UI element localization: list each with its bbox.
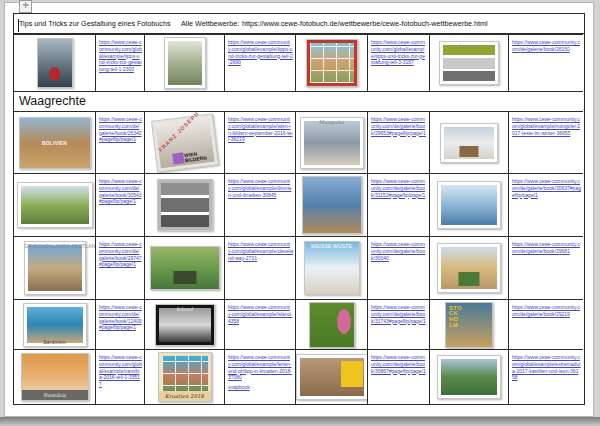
weisse-wueste-cover-label: WEISSE WÜSTE [305,243,359,249]
photobook-link[interactable]: https://www.cewe-community.com/de/galeri… [99,304,142,331]
photobook-link-cell: https://www.cewe-community.com/global/ex… [367,34,429,91]
bolivien-cover-label: BOLIVIEN [20,140,90,146]
griechenlands-festland-cover[interactable]: GRIECHENLANDS FESTLAND [24,241,86,295]
photobook-thumbnail-cell [13,34,95,91]
photobook-link-cell: https://www.cewe-community.com/global/ex… [224,349,295,404]
photobook-thumbnail-cell: Mongolei [295,111,367,173]
photobook-link-cell: https://www.cewe-community.com/de/galeri… [508,299,583,349]
photobook-link-cell: https://www.cewe-community.com/de/galeri… [95,173,144,236]
photobook-link[interactable]: https://www.cewe-community.com/global/ex… [228,304,293,324]
weisse-wueste-cover-photo [305,242,359,294]
extremadura-cover[interactable] [437,355,501,399]
photobook-link[interactable]: https://www.cewe-community.com/global/ex… [228,39,293,66]
mongolei-winter-kamele-photo-accent-shape [459,146,478,157]
photobook-thumbnail-cell: Livorno [429,34,508,91]
sardinien-cover-photo [27,307,83,343]
weisse-wueste-cover[interactable]: WEISSE WÜSTE [304,241,360,295]
tipps-teil-2-cover[interactable] [164,37,206,89]
usbekistan-moschee-photo[interactable] [302,176,362,234]
photobook-thumbnail-cell [429,236,508,299]
photobook-link[interactable]: https://www.cewe-community.com/de/galeri… [371,116,427,136]
photobook-link-cell: https://www.cewe-community.com/global/ex… [224,173,295,236]
page-bottom-edge [0,417,600,426]
kroatien-2018-cover[interactable]: Kroatien 2018 [158,352,212,402]
photobook-link[interactable]: https://www.cewe-community.com/de/galeri… [371,304,427,324]
photobook-link[interactable]: https://www.cewe-community.com/global/ex… [228,116,293,143]
photobook-link[interactable]: https://www.cewe-community.com/global/ex… [228,178,293,198]
photobook-link[interactable]: https://www.cewe-community.com/de/galeri… [99,241,142,268]
photobook-link-cell: https://www.cewe-community.com/de/galeri… [367,299,429,349]
photobook-link-cell: https://www.cewe-community.com/de/galeri… [367,173,429,236]
section-title-waagrechte: Waagrechte [13,91,583,111]
photobook-link[interactable]: https://www.cewe-community.com/de/galeri… [512,241,581,255]
photobook-thumbnail-cell [295,34,367,91]
photobook-link[interactable]: https://www.cewe-community.com/de/galeri… [512,178,581,198]
document-page: Tips und Tricks zur Gestaltung eines Fot… [4,2,594,417]
tipps-teil-3-collage-cover[interactable] [306,39,358,87]
stockholm-cover[interactable]: STOCKHOLM [445,302,493,348]
photobook-thumbnail-cell: Namibia [13,349,95,404]
photobook-link[interactable]: https://www.cewe-community.com/global/ex… [228,241,293,261]
photobook-link-cell: https://www.cewe-community.com/global/ex… [95,34,144,91]
drunten-und-drueben-cover[interactable] [157,179,213,231]
wien-in-bildern-cover-badge-text: WIEN BILDERN [183,150,206,163]
photobook-link[interactable]: https://www.cewe-community.com/global/ex… [99,354,142,388]
namibia-cover-label: Namibia [22,390,88,400]
cleveland-way-photo-accent-shape [173,271,196,284]
photobook-link[interactable]: https://www.cewe-community.com/de/galeri… [371,354,427,374]
photobook-link[interactable]: https://www.cewe-community.com/de/galeri… [99,116,142,143]
photobook-link-cell: https://www.cewe-community.com/global/ex… [224,111,295,173]
photobook-thumbnail-cell: Island [144,299,224,349]
mallorca-gelb-cover[interactable] [296,354,368,400]
links-table: Tips und Tricks zur Gestaltung eines Fot… [13,13,585,405]
wuesten-palmen-cover-accent-shape [458,272,479,286]
contests-url[interactable]: https://www.cewe-fotobuch.de/wettbewerbe… [242,19,488,28]
photobook-link-cell: https://www.cewe-community.com/global/ex… [224,236,295,299]
photobook-thumbnail-cell: Kroatien 2018 [144,349,224,404]
blumen-cover[interactable] [309,302,355,348]
photobook-link[interactable]: https://www.cewe-community.com/global/ex… [99,39,142,73]
photobook-link[interactable]: https://www.cewe-community.com/de/galeri… [371,241,427,261]
photobook-thumbnail-cell: GRIECHENLANDS FESTLAND [13,236,95,299]
usbekistan-moschee-photo-photo [303,177,361,233]
livorno-cover-label: Livorno [440,43,498,49]
photobook-link-cell: https://www.cewe-community.com/global/ex… [508,111,583,173]
photobook-thumbnail-cell [144,173,224,236]
tipps-teil-2-cover-photo [168,41,202,85]
namibia-cover[interactable]: Namibia [21,353,89,401]
table-move-handle-icon[interactable]: ✛ [19,0,32,13]
photobook-thumbnail-cell [429,111,508,173]
photobook-thumbnail-cell: WEISSE WÜSTE [295,236,367,299]
drunten-und-drueben-cover-photo [161,183,209,227]
photobook-link[interactable]: https://www.cewe-community.com/de/galeri… [512,39,581,53]
photobook-link[interactable]: https://www.cewe-community.com/de/galeri… [371,178,427,198]
livorno-cover-photo [443,45,495,81]
blaue-kuppel-cover[interactable] [437,181,501,229]
photobook-link[interactable]: https://www.cewe-community.com/global/ex… [371,39,427,66]
wien-in-bildern-cover[interactable]: FRANZ JOSEPHWIEN BILDERN [151,113,219,172]
sardinien-cover-label: Sardinien [24,339,86,345]
photobook-link[interactable]: https://www.cewe-community.com/global/ex… [512,116,581,136]
photobook-thumbnail-cell: Sardinien [13,299,95,349]
island-cover[interactable]: Island [155,304,215,346]
photobook-link-cell: https://www.cewe-community.com/de/galeri… [367,111,429,173]
livorno-cover[interactable]: Livorno [439,41,499,85]
mongolei-winter-kamele-photo[interactable] [440,123,498,163]
island-cover-photo [159,308,211,342]
photobook-link[interactable]: https://www.cewe-community.com/global/ex… [512,354,581,381]
photobook-link-cell: https://www.cewe-community.com/global/ex… [95,349,144,404]
photobook-link[interactable]: https://www.cewe-community.com/de/galeri… [512,304,581,318]
photobook-link[interactable]: https://www.cewe-community.com/de/galeri… [99,178,142,205]
tipps-teil-1-cover[interactable] [37,38,73,88]
sardinien-cover[interactable]: Sardinien [23,303,87,347]
photobook-link-cell: https://www.cewe-community.com/de/galeri… [95,299,144,349]
wuesten-palmen-cover[interactable] [437,243,501,293]
bolivien-cover[interactable]: BOLIVIEN [19,117,91,169]
photobook-link[interactable]: https://www.cewe-community.com/global/ex… [228,354,293,381]
mongolei-jurte-cover[interactable]: Mongolei [300,117,364,169]
mongolei-jurte-cover-label: Mongolei [301,119,363,125]
photobook-thumbnail-cell [295,349,367,404]
photobook-link[interactable]: snapbook [228,384,293,391]
cleveland-way-photo[interactable] [150,246,220,290]
gruene-huegel-cover[interactable] [17,182,93,228]
